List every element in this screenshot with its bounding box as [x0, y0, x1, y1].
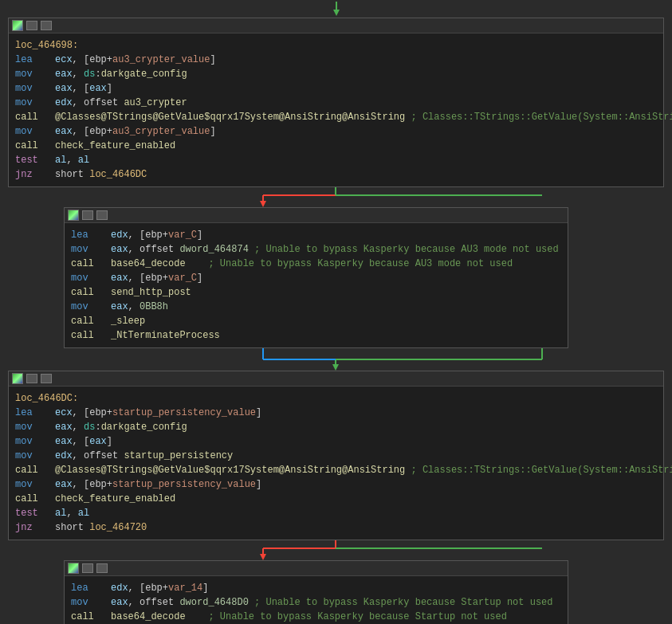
code-line-3-2: mov eax, ds:darkgate_config	[15, 420, 657, 434]
header-icon-extra-2	[96, 210, 108, 220]
code-line-3-8: test al, al	[15, 506, 657, 520]
block-content-3: loc_4646DC: lea ecx, [ebp+startup_persis…	[9, 387, 663, 540]
code-line-3-4: mov edx, offset startup_persistency	[15, 449, 657, 463]
code-line-2-7: call _sleep	[71, 314, 561, 328]
code-block-3: loc_4646DC: lea ecx, [ebp+startup_persis…	[8, 371, 664, 540]
code-line-1-4: mov edx, offset au3_crypter	[15, 96, 657, 110]
block-content-2: lea edx, [ebp+var_C] mov eax, offset dwo…	[65, 223, 568, 347]
code-line-3-9: jnz short loc_464720	[15, 520, 657, 535]
code-line-1-6: mov eax, [ebp+au3_crypter_value]	[15, 124, 657, 139]
code-block-1: loc_464698: lea ecx, [ebp+au3_crypter_va…	[8, 18, 664, 187]
code-line-3-5: call @Classes@TStrings@GetValue$qqrx17Sy…	[15, 463, 657, 477]
code-line-2-6: mov eax, 0BB8h	[71, 300, 561, 314]
svg-marker-5	[260, 201, 266, 207]
code-block-4-wrapper: lea edx, [ebp+var_14] mov eax, offset dw…	[64, 560, 568, 624]
svg-marker-17	[260, 554, 266, 560]
code-block-4: lea edx, [ebp+var_14] mov eax, offset dw…	[64, 560, 568, 624]
header-icon-save-2	[82, 210, 93, 220]
header-icon-save-3	[26, 374, 37, 383]
top-incoming-arrow	[0, 0, 672, 18]
header-icon-colored	[12, 20, 23, 31]
code-line-2-1: lea edx, [ebp+var_C]	[71, 228, 561, 242]
header-icon-extra-4	[96, 563, 108, 573]
block-header-3	[9, 371, 663, 387]
block-header-1	[9, 18, 663, 33]
header-icon-colored-2	[68, 210, 79, 221]
code-line-1-7: call check_feature_enabled	[15, 139, 657, 153]
svg-marker-1	[333, 10, 340, 16]
svg-marker-11	[332, 364, 339, 371]
code-line-2-3: call base64_decode ; Unable to bypass Ka…	[71, 257, 561, 271]
block-header-2	[65, 208, 568, 223]
code-line-4-1: lea edx, [ebp+var_14]	[71, 581, 561, 595]
code-line-1-3: mov eax, [eax]	[15, 81, 657, 96]
code-line-3-6: mov eax, [ebp+startup_persistency_value]	[15, 477, 657, 492]
arrow-to-block3	[0, 348, 672, 371]
code-line-1-8: test al, al	[15, 153, 657, 167]
header-icon-extra-3	[41, 374, 52, 383]
main-container: loc_464698: lea ecx, [ebp+au3_crypter_va…	[0, 0, 672, 624]
code-line-1-9: jnz short loc_4646DC	[15, 167, 657, 182]
code-line-3-7: call check_feature_enabled	[15, 492, 657, 506]
code-line-3-1: lea ecx, [ebp+startup_persistency_value]	[15, 406, 657, 420]
code-line-1-5: call @Classes@TStrings@GetValue$qqrx17Sy…	[15, 110, 657, 124]
code-block-2-wrapper: lea edx, [ebp+var_C] mov eax, offset dwo…	[64, 207, 568, 348]
code-label-3: loc_4646DC:	[15, 391, 657, 406]
header-icon-extra	[41, 21, 52, 30]
code-line-1-1: lea ecx, [ebp+au3_crypter_value]	[15, 53, 657, 67]
header-icon-save-4	[82, 563, 93, 573]
arrow-3-to-4	[0, 540, 672, 560]
block-header-4	[65, 561, 568, 576]
header-icon-colored-4	[68, 563, 79, 574]
code-line-2-8: call _NtTerminateProcess	[71, 328, 561, 343]
arrow-1-to-2	[0, 187, 672, 207]
code-line-2-2: mov eax, offset dword_464874 ; Unable to…	[71, 242, 561, 257]
code-line-4-2: mov eax, offset dword_4648D0 ; Unable to…	[71, 595, 561, 610]
block-content-1: loc_464698: lea ecx, [ebp+au3_crypter_va…	[9, 33, 663, 186]
block-content-4: lea edx, [ebp+var_14] mov eax, offset dw…	[65, 576, 568, 624]
code-line-3-3: mov eax, [eax]	[15, 434, 657, 449]
code-label-1: loc_464698:	[15, 38, 657, 53]
code-line-1-2: mov eax, ds:darkgate_config	[15, 67, 657, 81]
code-line-4-3: call base64_decode ; Unable to bypass Ka…	[71, 610, 561, 624]
header-icon-save	[26, 21, 37, 30]
code-line-2-5: call send_http_post	[71, 285, 561, 300]
code-block-2: lea edx, [ebp+var_C] mov eax, offset dwo…	[64, 207, 568, 348]
code-line-2-4: mov eax, [ebp+var_C]	[71, 271, 561, 285]
header-icon-colored-3	[12, 373, 23, 384]
